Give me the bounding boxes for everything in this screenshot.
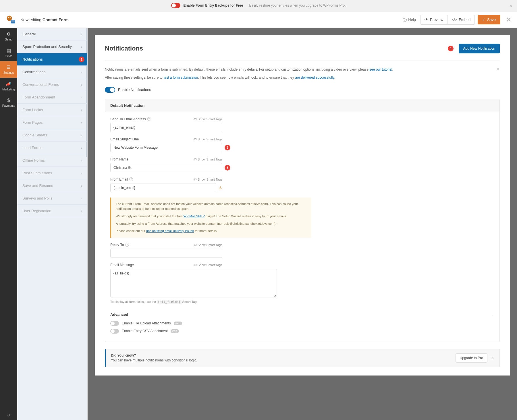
settings-abandonment[interactable]: Form Abandonment›	[17, 91, 87, 104]
settings-offline[interactable]: Offline Forms›	[17, 154, 87, 167]
dyk-title: Did You Know?	[111, 353, 197, 357]
smart-tags-link[interactable]: 🏷Show Smart Tags	[193, 178, 222, 181]
chevron-right-icon: ›	[81, 121, 82, 124]
help-icon[interactable]: ?	[125, 243, 129, 247]
test-submission-link[interactable]: test a form submission	[163, 76, 198, 80]
chevron-right-icon: ›	[81, 197, 82, 200]
tag-icon: 🏷	[193, 117, 196, 121]
check-icon: ✓	[482, 18, 485, 22]
settings-resume[interactable]: Save and Resume›	[17, 179, 87, 192]
embed-button[interactable]: </>Embed	[447, 15, 475, 25]
wp-mail-smtp-link[interactable]: WP Mail SMTP	[184, 214, 205, 218]
settings-spam[interactable]: Spam Protection and Security›	[17, 40, 87, 53]
nav-settings[interactable]: ☰Settings	[0, 61, 17, 78]
dyk-close-icon[interactable]: ✕	[491, 356, 494, 360]
settings-submissions[interactable]: Post Submissions›	[17, 167, 87, 179]
upgrade-button[interactable]: Upgrade to Pro	[456, 353, 487, 363]
callout-badge-1: 1	[79, 57, 84, 62]
close-icon[interactable]: ✕	[506, 16, 511, 24]
promo-close-icon[interactable]: ✕	[509, 3, 513, 8]
code-icon: </>	[452, 18, 457, 22]
smart-tags-link[interactable]: 🏷Show Smart Tags	[193, 158, 222, 161]
settings-locker[interactable]: Form Locker›	[17, 104, 87, 116]
chevron-right-icon: ›	[81, 45, 82, 49]
settings-confirmations[interactable]: Confirmations›	[17, 66, 87, 78]
gear-icon: ⚙	[1, 31, 16, 37]
chevron-right-icon: ›	[81, 209, 82, 213]
chevron-right-icon: ›	[81, 146, 82, 150]
csv-toggle[interactable]	[110, 329, 119, 334]
help-icon[interactable]: ?	[147, 117, 151, 121]
from-name-input[interactable]	[110, 163, 222, 172]
notification-box: Default Notification Send To Email Addre…	[105, 99, 500, 342]
left-nav: ⚙Setup ▤Fields ☰Settings 📣Marketing $Pay…	[0, 28, 17, 420]
from-email-input[interactable]	[110, 183, 216, 192]
settings-registration[interactable]: User Registration›	[17, 205, 87, 217]
message-label: Email Message	[110, 263, 134, 267]
file-upload-label: Enable File Upload Attachments	[122, 321, 171, 325]
hint-text: To display all form fields, use the {all…	[110, 300, 277, 304]
message-textarea[interactable]	[110, 269, 277, 297]
from-name-label: From Name	[110, 157, 128, 161]
editing-label: Now editing Contact Form	[20, 18, 69, 22]
settings-leads[interactable]: Lead Forms›	[17, 142, 87, 154]
enable-notifications-toggle[interactable]	[105, 87, 115, 93]
help-link[interactable]: ?Help	[403, 18, 416, 22]
nav-setup[interactable]: ⚙Setup	[0, 28, 17, 44]
logo-icon	[6, 15, 16, 25]
info-close-icon[interactable]: ✕	[496, 67, 500, 71]
tag-icon: 🏷	[193, 158, 196, 161]
smart-tags-link[interactable]: 🏷Show Smart Tags	[193, 138, 222, 141]
file-upload-toggle[interactable]	[110, 321, 119, 326]
from-email-label: From Email?	[110, 177, 133, 181]
save-button[interactable]: ✓Save	[478, 15, 500, 24]
tutorial-link[interactable]: see our tutorial	[369, 67, 392, 71]
settings-conversational[interactable]: Conversational Forms›	[17, 78, 87, 91]
subject-input[interactable]	[110, 143, 222, 152]
info-box: Notifications are emails sent when a for…	[105, 67, 500, 81]
add-notification-button[interactable]: Add New Notification	[459, 44, 500, 53]
enable-notifications-label: Enable Notifications	[118, 88, 151, 92]
warning-icon: ⚠	[219, 185, 222, 190]
svg-point-1	[8, 17, 9, 18]
help-icon[interactable]: ?	[129, 177, 133, 181]
tag-icon: 🏷	[193, 263, 196, 267]
chevron-right-icon: ›	[81, 32, 82, 36]
callout-badge-4: 4	[448, 46, 454, 51]
warning-box: The current 'From Email' address does no…	[110, 198, 311, 238]
promo-title: Enable Form Entry Backups for Free	[183, 3, 243, 7]
chevron-down-icon[interactable]: ⌄	[491, 312, 494, 316]
main-content: Notifications 4 Add New Notification Not…	[88, 28, 517, 420]
nav-fields[interactable]: ▤Fields	[0, 44, 17, 61]
nav-payments[interactable]: $Payments	[0, 94, 17, 111]
settings-surveys[interactable]: Surveys and Polls›	[17, 192, 87, 205]
chevron-right-icon: ›	[81, 159, 82, 162]
chevron-right-icon: ›	[81, 133, 82, 137]
settings-sheets[interactable]: Google Sheets›	[17, 129, 87, 142]
notification-header: Default Notification	[105, 99, 499, 112]
nav-history[interactable]: ↺	[0, 410, 17, 420]
reply-to-label: Reply-To?	[110, 243, 129, 247]
subject-label: Email Subject Line	[110, 137, 139, 141]
nav-marketing[interactable]: 📣Marketing	[0, 78, 17, 94]
smart-tags-link[interactable]: 🏷Show Smart Tags	[193, 243, 222, 247]
did-you-know-box: Did You Know? You can have multiple noti…	[105, 349, 500, 367]
sliders-icon: ☰	[1, 65, 16, 70]
send-to-input[interactable]	[110, 123, 222, 132]
dollar-icon: $	[1, 98, 16, 103]
settings-pages[interactable]: Form Pages›	[17, 116, 87, 129]
reply-to-input[interactable]	[110, 249, 222, 258]
help-icon: ?	[403, 18, 407, 22]
smart-tags-link[interactable]: 🏷Show Smart Tags	[193, 263, 222, 267]
settings-notifications[interactable]: Notifications1	[17, 53, 87, 66]
smart-tags-link[interactable]: 🏷Show Smart Tags	[193, 117, 222, 121]
chevron-right-icon: ›	[81, 83, 82, 86]
tag-icon: 🏷	[193, 243, 196, 247]
delivered-link[interactable]: are delivered successfully	[295, 76, 334, 80]
callout-badge-2: 2	[225, 145, 230, 150]
svg-rect-5	[11, 22, 15, 22]
chevron-right-icon: ›	[81, 171, 82, 175]
preview-button[interactable]: 👁Preview	[420, 15, 447, 25]
delivery-doc-link[interactable]: doc on fixing email delivery issues	[146, 229, 194, 233]
settings-general[interactable]: General›	[17, 28, 87, 40]
